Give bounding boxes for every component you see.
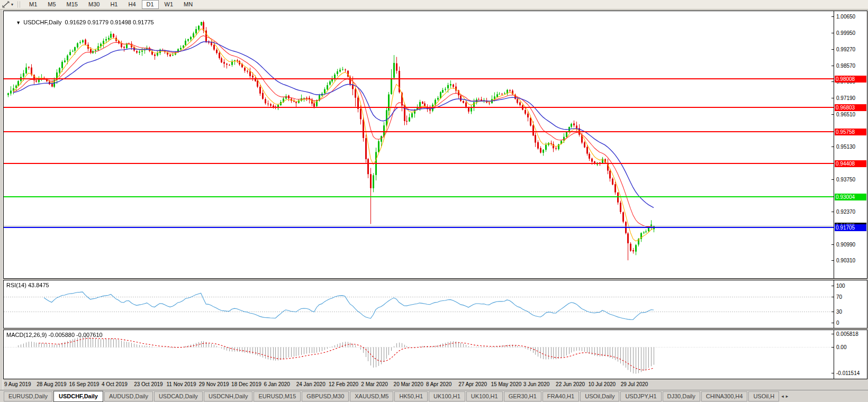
chart-symbol-label: USDCHF,Daily: [23, 19, 61, 25]
timeframe-button-d1[interactable]: D1: [142, 0, 159, 9]
chart-tab-china300-h4[interactable]: CHINA300,H4: [701, 391, 748, 401]
chart-tab-usdchf-daily[interactable]: USDCHF,Daily: [53, 391, 103, 402]
time-axis-label: 23 Oct 2019: [134, 381, 162, 387]
macd-canvas[interactable]: [4, 330, 834, 379]
axis-tick-label: 0.99950: [836, 30, 855, 36]
rsi-axis: 10070300: [834, 280, 867, 328]
price-chart-panel: ▼USDCHF,Daily 0.91629 0.91779 0.91498 0.…: [3, 11, 867, 279]
time-axis-label: 29 Jul 2020: [621, 381, 648, 387]
price-chart-canvas[interactable]: [4, 11, 834, 278]
timeframe-button-w1[interactable]: W1: [160, 0, 178, 9]
axis-tick-label: 0.005818: [836, 331, 858, 337]
chart-collapse-caret[interactable]: ▼: [16, 20, 21, 25]
axis-tick-label: 1.00650: [836, 14, 855, 20]
axis-tick-label: 0.90310: [836, 258, 855, 263]
chart-tab-audusd-daily[interactable]: AUDUSD,Daily: [104, 391, 153, 401]
axis-tick-label: 0.97190: [836, 95, 855, 101]
axis-tick-label: 0.90990: [836, 242, 855, 248]
time-axis-label: 3 Jun 2020: [523, 381, 550, 387]
hline-price-badge[interactable]: 0.91705: [835, 224, 866, 231]
timeframe-button-mn[interactable]: MN: [179, 0, 197, 9]
axis-tick-label: 0.92370: [836, 209, 855, 215]
timeframe-button-h4[interactable]: H4: [123, 0, 140, 9]
time-axis-label: 8 Apr 2020: [426, 381, 451, 387]
time-axis-label: 18 Dec 2019: [231, 381, 261, 387]
chart-tab-usdcnh-daily[interactable]: USDCNH,Daily: [204, 391, 253, 401]
hline-price-badge[interactable]: 0.98008: [835, 76, 866, 83]
chart-tab-usdcad-daily[interactable]: USDCAD,Daily: [154, 391, 203, 401]
timeframe-button-h1[interactable]: H1: [105, 0, 122, 9]
timeframe-button-m30[interactable]: M30: [84, 0, 104, 9]
hline-price-badge[interactable]: 0.93004: [835, 194, 866, 200]
axis-tick-label: 0.95130: [836, 144, 855, 150]
time-axis-label: 29 Nov 2019: [199, 381, 229, 387]
time-axis-label: 22 Jun 2020: [556, 381, 585, 387]
chart-tab-usdjpy-h1[interactable]: USDJPY,H1: [620, 391, 661, 401]
chart-tab-bar: EURUSD,DailyUSDCHF,DailyAUDUSD,DailyUSDC…: [0, 390, 868, 402]
timeframe-button-m1[interactable]: M1: [24, 0, 42, 9]
time-axis-label: 12 Feb 2020: [329, 381, 358, 387]
time-axis-label: 4 Oct 2019: [102, 381, 128, 387]
time-axis-label: 10 Jul 2020: [588, 381, 616, 387]
hline-price-badge[interactable]: 0.95758: [835, 129, 866, 135]
timeframe-button-m15[interactable]: M15: [62, 0, 83, 9]
chart-tab-hk50-h1[interactable]: HK50,H1: [394, 391, 428, 401]
axis-tick-label: 0.96510: [836, 112, 855, 117]
time-axis-label: 28 Aug 2019: [37, 381, 66, 387]
chart-tab-fra40-h1[interactable]: FRA40,H1: [542, 391, 579, 401]
chart-tab-uk100-h1[interactable]: UK100,H1: [466, 391, 503, 401]
timeframe-button-m5[interactable]: M5: [43, 0, 60, 9]
macd-indicator-panel: MACD(12,26,9) -0.005880 -0.007610 0.0058…: [3, 330, 867, 379]
axis-tick-label: 0: [836, 320, 839, 326]
time-axis-label: 6 Jan 2020: [264, 381, 290, 387]
time-axis-label: 2 Mar 2020: [361, 381, 388, 387]
axis-tick-label: 100: [836, 283, 845, 289]
chart-title: ▼USDCHF,Daily 0.91629 0.91779 0.91498 0.…: [6, 13, 154, 32]
rsi-label: RSI(14) 43.8475: [6, 282, 49, 288]
macd-axis: 0.0058180.00-0.011514: [834, 330, 867, 379]
chart-tab-uk100-h1[interactable]: UK100,H1: [429, 391, 465, 401]
axis-tick-label: 0.00: [836, 344, 846, 350]
macd-label: MACD(12,26,9) -0.005880 -0.007610: [6, 332, 103, 338]
chart-tab-usoil-daily[interactable]: USOil,Daily: [580, 391, 619, 401]
time-axis-label: 27 Apr 2020: [458, 381, 487, 387]
chart-tab-usoil-h[interactable]: USOil,H: [748, 391, 779, 401]
rsi-indicator-panel: RSI(14) 43.8475 10070300: [3, 280, 867, 328]
rsi-canvas[interactable]: [4, 280, 834, 328]
axis-tick-label: 70: [836, 294, 842, 300]
axis-tick-label: -0.011514: [836, 370, 860, 376]
axis-tick-label: 0.98570: [836, 63, 855, 69]
hline-price-badge[interactable]: 0.94408: [835, 160, 866, 167]
chart-tab-ger30-h1[interactable]: GER30,H1: [504, 391, 541, 401]
time-axis-label: 15 May 2020: [491, 381, 522, 387]
time-axis-label: 9 Aug 2019: [4, 381, 31, 387]
time-axis-label: 11 Nov 2019: [167, 381, 196, 387]
time-axis-label: 16 Sep 2019: [69, 381, 100, 387]
timeframe-toolbar: ▾ M1M5M15M30H1H4D1W1MN: [0, 0, 868, 10]
axis-tick-label: 0.99270: [836, 47, 855, 52]
chart-tab-xauusd-m5[interactable]: XAUUSD,M5: [350, 391, 393, 401]
time-axis-label: 24 Jan 2020: [296, 381, 326, 387]
toolbar-grip[interactable]: [17, 2, 20, 7]
chart-tab-eurusd-m15[interactable]: EURUSD,M15: [254, 391, 301, 401]
tab-scroll-right-icon[interactable]: ▸: [785, 394, 790, 399]
chart-tab-eurusd-daily[interactable]: EURUSD,Daily: [4, 391, 52, 401]
time-axis-label: 20 Mar 2020: [394, 381, 423, 387]
hline-price-badge[interactable]: 0.96803: [835, 104, 866, 111]
tab-scroll-left-icon[interactable]: ◂: [780, 394, 785, 399]
price-axis: 1.006500.999500.992700.985700.978900.971…: [834, 11, 867, 278]
chart-ohlc-values: 0.91629 0.91779 0.91498 0.91775: [65, 19, 154, 25]
draw-line-tool-icon[interactable]: [1, 1, 11, 8]
trading-terminal-window: ▾ M1M5M15M30H1H4D1W1MN ▼USDCHF,Daily 0.9…: [0, 0, 868, 402]
time-axis: 9 Aug 201928 Aug 201916 Sep 20194 Oct 20…: [3, 379, 867, 389]
line-tool-dropdown-caret[interactable]: ▾: [11, 2, 15, 7]
axis-tick-label: 30: [836, 309, 842, 315]
chart-tab-dj30-daily[interactable]: DJ30,Daily: [663, 391, 700, 401]
axis-tick-label: 0.93750: [836, 177, 855, 182]
chart-tab-gbpusd-m30[interactable]: GBPUSD,M30: [302, 391, 349, 401]
